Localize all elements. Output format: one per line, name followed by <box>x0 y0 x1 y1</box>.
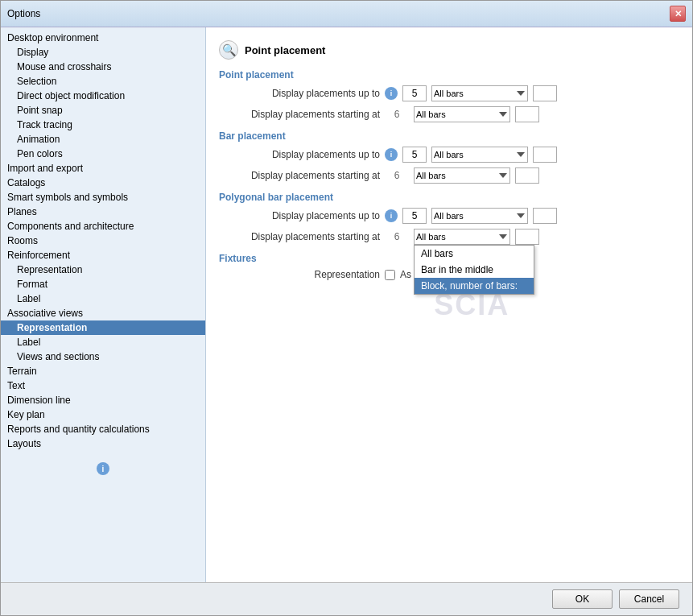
sidebar: Desktop environmentDisplayMouse and cros… <box>1 27 206 582</box>
sidebar-item-smart-symbols[interactable]: Smart symbols and symbols <box>1 190 205 205</box>
select-poly-upto[interactable]: All bars Bar in the middle Block, number… <box>431 208 528 224</box>
dropdown-item-allbars[interactable]: All bars <box>415 246 534 262</box>
dropdown-overlay: All bars Bar in the middle Block, number… <box>414 245 534 295</box>
input-pp-upto[interactable] <box>402 85 427 101</box>
dropdown-item-block[interactable]: Block, number of bars: <box>415 278 534 294</box>
representation-label: Representation <box>219 269 380 280</box>
sidebar-item-desktop-environment[interactable]: Desktop environment <box>1 31 205 45</box>
label-pp-start: Display placements starting at <box>219 109 380 120</box>
sidebar-item-associative-views[interactable]: Associative views <box>1 306 205 320</box>
label-pp-upto: Display placements up to <box>219 88 380 99</box>
section-icon: 🔍 <box>219 40 238 60</box>
sidebar-item-import-export[interactable]: Import and export <box>1 161 205 176</box>
sidebar-bottom: i <box>1 457 205 480</box>
representation-checkbox[interactable] <box>385 270 395 280</box>
group-polygonal-placement: Polygonal bar placement <box>219 192 679 203</box>
select-poly-start[interactable]: All bars Bar in the middle Block, number… <box>414 229 510 245</box>
sidebar-item-track-tracing[interactable]: Track tracing <box>1 118 205 132</box>
sidebar-item-pen-colors[interactable]: Pen colors <box>1 147 205 161</box>
form-row: Display placements up to i All bars Bar … <box>219 147 679 163</box>
static-poly-start: 6 <box>385 231 409 242</box>
extra-pp-upto <box>533 85 557 101</box>
extra-poly-upto <box>533 208 557 224</box>
dropdown-item-middle[interactable]: Bar in the middle <box>415 262 534 278</box>
info-button-pp-upto[interactable]: i <box>385 87 398 100</box>
form-row: Display placements starting at 6 All bar… <box>219 106 679 122</box>
sidebar-item-direct-object-modification[interactable]: Direct object modification <box>1 89 205 103</box>
select-bp-upto[interactable]: All bars Bar in the middle Block, number… <box>431 147 528 163</box>
sidebar-item-catalogs[interactable]: Catalogs <box>1 176 205 190</box>
group-bar-placement: Bar placement <box>219 130 679 142</box>
form-row: Display placements up to i All bars Bar … <box>219 208 679 224</box>
label-poly-upto: Display placements up to <box>219 210 380 221</box>
sidebar-item-selection[interactable]: Selection <box>1 74 205 89</box>
sidebar-item-terrain[interactable]: Terrain <box>1 364 205 378</box>
static-pp-start: 6 <box>385 109 409 120</box>
sidebar-item-mouse-crosshairs[interactable]: Mouse and crosshairs <box>1 60 205 74</box>
sidebar-item-point-snap[interactable]: Point snap <box>1 103 205 118</box>
form-row-poly-start: Display placements starting at 6 All bar… <box>219 229 679 245</box>
group-point-placement: Point placement <box>219 69 679 81</box>
sidebar-item-reinforcement-label[interactable]: Label <box>1 291 205 306</box>
extra-bp-start <box>515 167 539 184</box>
extra-pp-start <box>515 106 539 122</box>
footer: OK Cancel <box>1 582 692 615</box>
sidebar-info-icon[interactable]: i <box>97 462 109 475</box>
sidebar-item-assoc-label[interactable]: Label <box>1 335 205 349</box>
options-window: Options ✕ Desktop environmentDisplayMous… <box>0 0 693 616</box>
info-button-bp-upto[interactable]: i <box>385 148 398 161</box>
form-row: Display placements starting at 6 All bar… <box>219 167 679 184</box>
static-bp-start: 6 <box>385 170 409 181</box>
select-pp-start[interactable]: All bars Bar in the middle Block, number… <box>414 106 510 122</box>
sidebar-item-key-plan[interactable]: Key plan <box>1 407 205 422</box>
sidebar-item-rooms[interactable]: Rooms <box>1 234 205 248</box>
extra-poly-start <box>515 229 539 245</box>
select-bp-start[interactable]: All bars Bar in the middle Block, number… <box>414 167 510 184</box>
sidebar-item-views-sections[interactable]: Views and sections <box>1 349 205 364</box>
cancel-button[interactable]: Cancel <box>619 589 679 609</box>
sidebar-item-components-architecture[interactable]: Components and architecture <box>1 219 205 234</box>
select-wrapper-poly-start: All bars Bar in the middle Block, number… <box>414 229 510 245</box>
sidebar-item-reports-quantity[interactable]: Reports and quantity calculations <box>1 422 205 436</box>
sidebar-item-animation[interactable]: Animation <box>1 132 205 147</box>
label-bp-upto: Display placements up to <box>219 149 380 160</box>
main-content: SCIA 🔍 Point placement Point placement D… <box>206 27 692 582</box>
window-title: Options <box>7 8 40 19</box>
sidebar-item-dimension-line[interactable]: Dimension line <box>1 393 205 407</box>
sidebar-item-reinforcement[interactable]: Reinforcement <box>1 248 205 263</box>
sidebar-item-display[interactable]: Display <box>1 45 205 60</box>
label-poly-start: Display placements starting at <box>219 231 380 242</box>
info-button-poly-upto[interactable]: i <box>385 209 398 222</box>
window-body: Desktop environmentDisplayMouse and cros… <box>1 27 692 582</box>
extra-bp-upto <box>533 147 557 163</box>
sidebar-item-planes[interactable]: Planes <box>1 205 205 219</box>
select-pp-upto[interactable]: All bars Bar in the middle Block, number… <box>431 85 528 101</box>
label-bp-start: Display placements starting at <box>219 170 380 181</box>
sidebar-item-reinforcement-representation[interactable]: Representation <box>1 263 205 277</box>
section-header: 🔍 Point placement <box>219 40 679 60</box>
input-poly-upto[interactable] <box>402 208 427 224</box>
ok-button[interactable]: OK <box>552 589 613 609</box>
section-title: Point placement <box>245 44 325 56</box>
input-bp-upto[interactable] <box>402 147 427 163</box>
sidebar-item-assoc-representation[interactable]: Representation <box>1 320 205 335</box>
sidebar-item-layouts[interactable]: Layouts <box>1 436 205 451</box>
sidebar-item-reinforcement-format[interactable]: Format <box>1 277 205 291</box>
close-button[interactable]: ✕ <box>670 6 686 22</box>
form-row: Display placements up to i All bars Bar … <box>219 85 679 101</box>
sidebar-item-text[interactable]: Text <box>1 378 205 393</box>
title-bar: Options ✕ <box>1 1 692 27</box>
